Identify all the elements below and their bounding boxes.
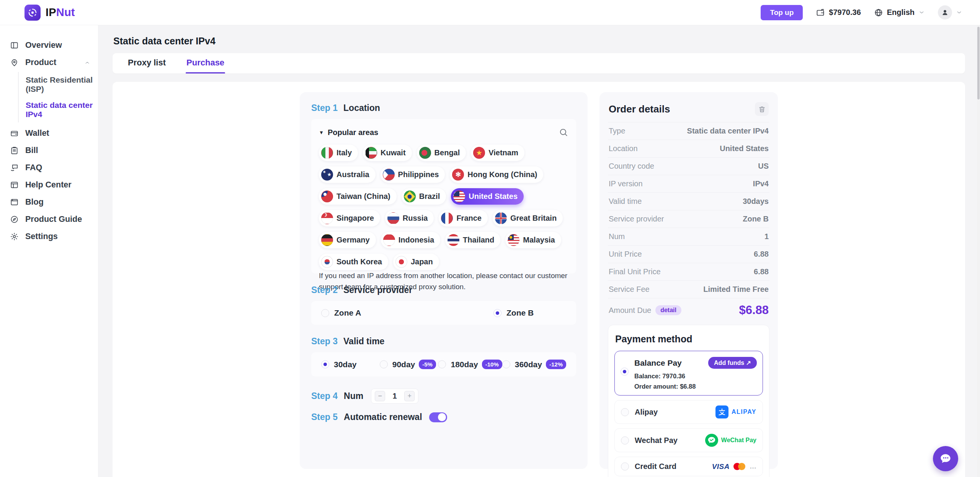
language-selector[interactable]: English (874, 8, 925, 17)
country-chip-brazil[interactable]: Brazil (402, 188, 446, 205)
step2-label: Step 2 (311, 285, 338, 295)
valid-time-radio-90day[interactable] (380, 360, 388, 368)
country-chip-malaysia[interactable]: Malaysia (505, 232, 561, 248)
tab-bar: Proxy listPurchase (113, 53, 965, 73)
country-chip-taiwan-china[interactable]: Taiwan (China) (319, 188, 397, 205)
wallet-balance[interactable]: $7970.36 (816, 8, 861, 17)
country-chip-australia[interactable]: Australia (319, 166, 376, 183)
payment-radio-credit-card[interactable] (621, 462, 629, 470)
trash-icon[interactable] (755, 102, 769, 116)
valid-time-option-180day[interactable]: 180day-10% (438, 360, 502, 369)
sg-flag-icon (321, 212, 333, 224)
mastercard-icon (733, 463, 745, 470)
discount-badge: -10% (482, 360, 502, 369)
sidebar-item-bill[interactable]: Bill (0, 142, 98, 159)
valid-time-option-360day[interactable]: 360day-12% (502, 360, 566, 369)
zone-option-zone-b[interactable]: Zone B (493, 308, 534, 317)
service-provider-options: Zone AZone B (311, 301, 576, 325)
balance-pay-option[interactable]: Balance Pay Add funds ↗ Balance: 7970.36… (614, 351, 763, 396)
country-chip-indonesia[interactable]: Indonesia (381, 232, 440, 248)
country-chip-kuwait[interactable]: Kuwait (363, 145, 412, 161)
language-label: English (887, 8, 915, 17)
avatar[interactable] (938, 5, 952, 20)
quantity-stepper: − 1 + (371, 389, 418, 404)
tab-purchase[interactable]: Purchase (186, 52, 225, 73)
zone-option-zone-a[interactable]: Zone A (321, 308, 493, 317)
bd-flag-icon (419, 147, 431, 159)
scrollbar-thumb[interactable] (977, 27, 980, 99)
country-chip-russia[interactable]: Russia (385, 210, 434, 226)
sidebar-item-help-center[interactable]: Help Center (0, 176, 98, 194)
zone-radio-zone-a[interactable] (321, 309, 329, 317)
tab-proxy-list[interactable]: Proxy list (127, 52, 167, 73)
sidebar-item-faq[interactable]: FAQ (0, 159, 98, 176)
order-row-label: Valid time (609, 197, 642, 206)
country-chip-france[interactable]: France (439, 210, 488, 226)
valid-time-option-30day[interactable]: 30day (321, 360, 380, 369)
country-label: South Korea (336, 257, 382, 266)
sidebar-item-blog[interactable]: Blog (0, 194, 98, 211)
order-row-value: US (758, 162, 769, 171)
country-chip-italy[interactable]: Italy (319, 145, 358, 161)
sidebar-item-label: Settings (25, 232, 58, 241)
search-icon[interactable] (559, 127, 568, 137)
country-chip-germany[interactable]: Germany (319, 232, 376, 248)
sidebar-item-product[interactable]: Product (0, 54, 98, 71)
balance-pay-radio[interactable] (621, 368, 629, 376)
country-chip-united-states[interactable]: United States (451, 188, 524, 205)
top-up-button[interactable]: Top up (761, 5, 803, 20)
payment-radio-wechat-pay[interactable] (621, 436, 629, 444)
country-chip-singapore[interactable]: Singapore (319, 210, 380, 226)
sidebar-item-product-guide[interactable]: Product Guide (0, 211, 98, 228)
sidebar-item-overview[interactable]: Overview (0, 37, 98, 54)
app-logo[interactable]: IPNut (24, 5, 75, 21)
country-chip-bengal[interactable]: Bengal (417, 145, 466, 161)
user-menu[interactable] (938, 5, 962, 20)
valid-time-option-90day[interactable]: 90day-5% (380, 360, 438, 369)
payment-option-alipay[interactable]: AlipayALIPAY (614, 400, 763, 424)
country-label: United States (469, 192, 518, 201)
valid-time-radio-30day[interactable] (321, 360, 329, 368)
valid-time-radio-360day[interactable] (502, 360, 510, 368)
country-chip-hong-kong-china[interactable]: Hong Kong (China) (450, 166, 543, 183)
payment-method-card: Payment method Balance Pay Add funds ↗ B… (608, 325, 769, 477)
valid-time-radio-180day[interactable] (438, 360, 446, 368)
quantity-decrease-button[interactable]: − (375, 391, 385, 401)
payment-radio-alipay[interactable] (621, 408, 629, 416)
country-chip-thailand[interactable]: Thailand (445, 232, 500, 248)
country-chip-great-britain[interactable]: Great Britain (493, 210, 563, 226)
purchase-form-panel: Step 1 Location ▼ Popular areas ItalyKuw… (300, 92, 588, 469)
sidebar-item-settings[interactable]: Settings (0, 228, 98, 245)
page-scrollbar[interactable] (977, 25, 980, 477)
detail-badge[interactable]: detail (655, 305, 681, 315)
country-label: Japan (411, 257, 433, 266)
sidebar-item-label: Wallet (25, 129, 49, 138)
sidebar-item-static-data-center-ipv4[interactable]: Static data center IPv4 (19, 97, 98, 122)
step1-title: Location (343, 103, 380, 113)
country-chip-philippines[interactable]: Philippines (381, 166, 445, 183)
step4-label: Step 4 (311, 391, 338, 401)
quantity-value[interactable]: 1 (387, 392, 403, 400)
country-label: Australia (336, 170, 369, 179)
sidebar-item-static-residential-isp[interactable]: Static Residential (ISP) (19, 72, 98, 97)
payment-option-label: Wechat Pay (635, 436, 678, 445)
add-funds-button[interactable]: Add funds ↗ (708, 357, 757, 369)
country-label: Great Britain (510, 214, 557, 223)
zone-radio-zone-b[interactable] (493, 309, 501, 317)
alipay-icon (715, 405, 728, 418)
sidebar-item-wallet[interactable]: Wallet (0, 125, 98, 142)
chat-support-button[interactable] (933, 446, 958, 471)
automatic-renewal-toggle[interactable] (429, 412, 447, 422)
amount-due-label: Amount Due (609, 306, 651, 315)
popular-areas-toggle[interactable]: ▼ Popular areas (319, 128, 378, 137)
country-chip-japan[interactable]: Japan (393, 254, 439, 270)
amount-due-row: Amount Due detail $6.88 (608, 298, 769, 319)
quantity-increase-button[interactable]: + (404, 391, 415, 401)
payment-option-credit-card[interactable]: Credit CardVISA… (614, 457, 763, 476)
country-chip-vietnam[interactable]: Vietnam (471, 145, 524, 161)
chevron-down-icon (918, 9, 925, 16)
vn-flag-icon (473, 147, 485, 159)
country-chip-south-korea[interactable]: South Korea (319, 254, 388, 270)
payment-option-wechat-pay[interactable]: Wechat PayWeChat Pay (614, 428, 763, 452)
kr-flag-icon (321, 256, 333, 268)
